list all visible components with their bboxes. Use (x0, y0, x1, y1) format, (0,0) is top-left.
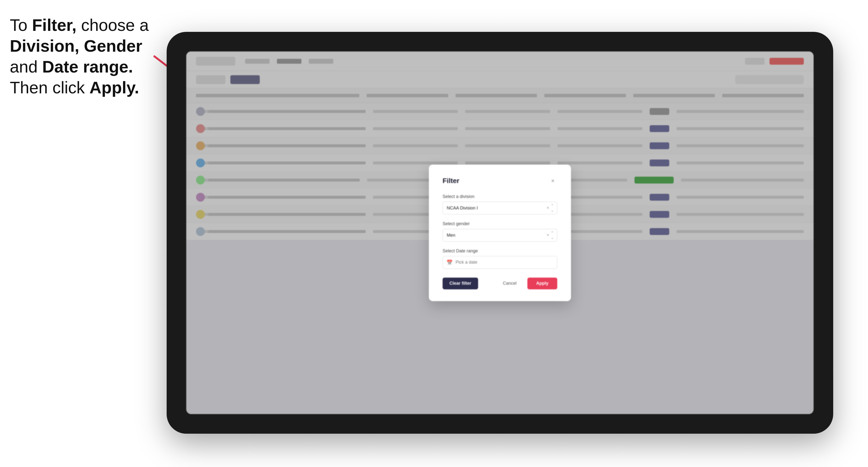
tablet-frame: Filter × Select a division NCAA Division… (167, 32, 833, 434)
gender-form-group: Select gender Men × ⌃⌄ (442, 221, 557, 242)
dialog-footer: Clear filter Cancel Apply (442, 278, 557, 289)
date-form-group: Select Date range 📅 (442, 248, 557, 269)
date-input[interactable] (442, 256, 557, 269)
dialog-close-button[interactable]: × (549, 177, 557, 185)
clear-filter-button[interactable]: Clear filter (442, 278, 478, 289)
calendar-icon: 📅 (446, 259, 453, 266)
gender-select-wrapper: Men × ⌃⌄ (442, 229, 557, 242)
division-label: Select a division (442, 194, 557, 199)
bold-apply: Apply. (89, 78, 139, 97)
division-select-wrapper: NCAA Division I × ⌃⌄ (442, 201, 557, 214)
bold-filter: Filter, (32, 16, 76, 34)
gender-select[interactable]: Men (442, 229, 557, 242)
division-clear-icon[interactable]: × (547, 205, 549, 211)
apply-button[interactable]: Apply (527, 278, 557, 289)
bold-division-gender: Division, Gender (10, 36, 142, 55)
instruction-text: To Filter, choose a Division, Gender and… (10, 15, 152, 98)
filter-dialog: Filter × Select a division NCAA Division… (429, 165, 571, 301)
gender-label: Select gender (442, 221, 557, 226)
bold-date-range: Date range. (42, 57, 133, 76)
date-input-wrapper: 📅 (442, 256, 557, 269)
dialog-footer-right: Cancel Apply (496, 278, 557, 289)
dialog-overlay: Filter × Select a division NCAA Division… (186, 52, 814, 414)
cancel-button[interactable]: Cancel (496, 278, 523, 289)
division-select[interactable]: NCAA Division I (442, 201, 557, 214)
gender-clear-icon[interactable]: × (547, 232, 549, 238)
date-label: Select Date range (442, 248, 557, 254)
dialog-header: Filter × (442, 177, 557, 185)
dialog-title: Filter (442, 177, 459, 185)
division-form-group: Select a division NCAA Division I × ⌃⌄ (442, 194, 557, 214)
tablet-screen: Filter × Select a division NCAA Division… (186, 52, 814, 414)
